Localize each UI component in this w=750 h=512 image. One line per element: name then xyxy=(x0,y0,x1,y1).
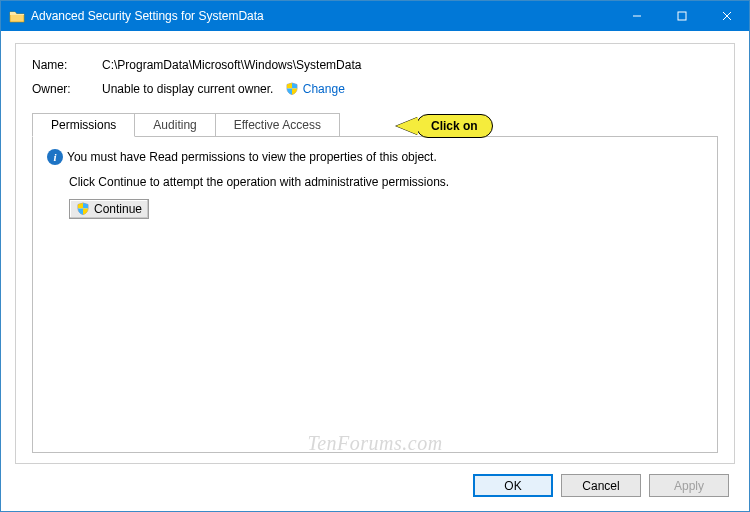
folder-icon xyxy=(9,8,25,24)
continue-button[interactable]: Continue xyxy=(69,199,149,219)
dialog-footer: OK Cancel Apply xyxy=(15,464,735,503)
continue-button-label: Continue xyxy=(94,202,142,216)
tab-auditing[interactable]: Auditing xyxy=(134,113,215,137)
inner-panel: Name: C:\ProgramData\Microsoft\Windows\S… xyxy=(15,43,735,464)
info-icon: i xyxy=(47,149,63,165)
apply-button: Apply xyxy=(649,474,729,497)
ok-button[interactable]: OK xyxy=(473,474,553,497)
cancel-button[interactable]: Cancel xyxy=(561,474,641,497)
name-row: Name: C:\ProgramData\Microsoft\Windows\S… xyxy=(32,58,718,72)
tab-body: i You must have Read permissions to view… xyxy=(32,136,718,453)
content-area: Name: C:\ProgramData\Microsoft\Windows\S… xyxy=(1,31,749,511)
close-button[interactable] xyxy=(704,1,749,31)
tab-permissions[interactable]: Permissions xyxy=(32,113,135,137)
continue-hint: Click Continue to attempt the operation … xyxy=(69,175,703,189)
tab-strip: Permissions Auditing Effective Access xyxy=(32,113,718,137)
owner-row: Owner: Unable to display current owner. … xyxy=(32,82,718,96)
uac-shield-icon xyxy=(285,82,299,96)
info-text: You must have Read permissions to view t… xyxy=(67,150,437,164)
window-title: Advanced Security Settings for SystemDat… xyxy=(31,9,614,23)
owner-label: Owner: xyxy=(32,82,102,96)
name-value: C:\ProgramData\Microsoft\Windows\SystemD… xyxy=(102,58,361,72)
minimize-button[interactable] xyxy=(614,1,659,31)
uac-shield-icon xyxy=(76,202,90,216)
titlebar: Advanced Security Settings for SystemDat… xyxy=(1,1,749,31)
maximize-button[interactable] xyxy=(659,1,704,31)
owner-value: Unable to display current owner. xyxy=(102,82,273,96)
security-settings-window: Advanced Security Settings for SystemDat… xyxy=(0,0,750,512)
tab-effective-access[interactable]: Effective Access xyxy=(215,113,340,137)
svg-rect-0 xyxy=(678,12,686,20)
change-owner-link[interactable]: Change xyxy=(303,82,345,96)
name-label: Name: xyxy=(32,58,102,72)
